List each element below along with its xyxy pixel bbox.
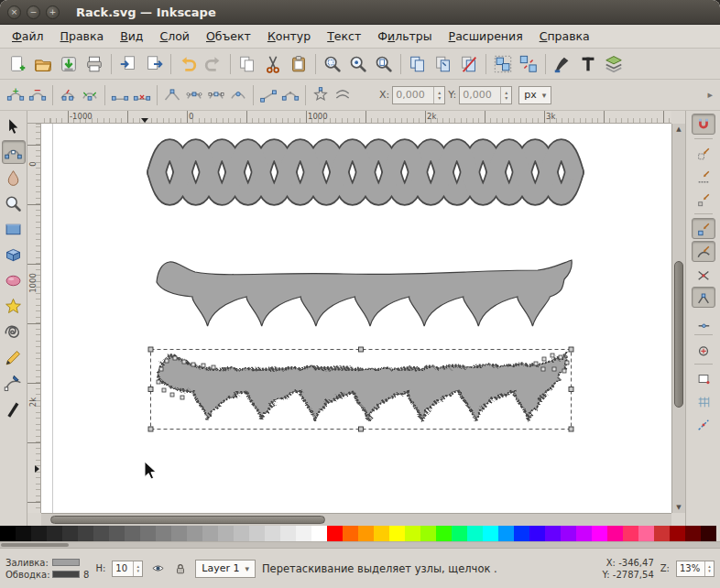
scroll-up-icon[interactable]: ▲ [672,124,685,135]
document-new-button[interactable] [5,51,30,77]
tool-calligraphy-button[interactable] [2,397,26,420]
palette-swatch[interactable] [296,526,311,541]
palette-swatch[interactable] [311,526,327,541]
palette-swatch[interactable] [623,526,638,541]
snap-midpoints-button[interactable] [692,310,715,331]
tool-tweak-button[interactable] [2,166,26,190]
drawing-canvas[interactable] [41,124,671,513]
palette-swatch[interactable] [545,526,561,541]
palette-swatch[interactable] [467,526,483,541]
menu-Текст[interactable]: Текст [319,26,369,47]
palette-swatch[interactable] [405,526,420,541]
palette-swatch[interactable] [140,526,156,541]
vertical-scrollbar[interactable]: ▲ ▼ [671,124,685,513]
vertical-scrollbar-thumb[interactable] [674,261,683,408]
snap-cusp-nodes-button[interactable] [692,287,715,308]
tool-zoom-button[interactable] [2,191,26,215]
menu-Объект[interactable]: Объект [198,26,259,47]
palette-swatch[interactable] [374,526,389,541]
close-button[interactable]: × [7,5,21,19]
titlebar[interactable]: × − + Rack.svg — Inkscape [0,0,720,25]
join-with-segment-button[interactable] [109,84,131,106]
palette-swatch[interactable] [576,526,592,541]
palette-swatch[interactable] [0,526,16,541]
y-coordinate-input[interactable]: 0,000 ▴▾ [459,86,512,104]
export-button[interactable] [141,51,167,77]
tool-node-editor-button[interactable] [2,140,26,164]
palette-swatch[interactable] [607,526,623,541]
stroke-to-path-button[interactable] [332,84,354,106]
cut-button[interactable] [260,51,286,77]
palette-swatch[interactable] [529,526,545,541]
stroke-swatch[interactable] [52,571,80,578]
palette-swatch[interactable] [327,526,343,541]
palette-swatch[interactable] [109,526,125,541]
tool-pencil-button[interactable] [2,345,26,369]
group-objects-button[interactable] [490,51,516,77]
x-coordinate-input[interactable]: 0,000 ▴▾ [392,86,445,104]
zoom-input[interactable]: 13% ▴▾ [676,561,715,577]
opacity-input[interactable]: 10 ▴▾ [112,561,143,577]
minimize-button[interactable]: − [27,5,40,19]
segment-to-line-button[interactable] [257,84,279,106]
snap-guides-button[interactable] [692,414,715,435]
delete-segment-button[interactable] [131,84,153,106]
palette-swatch[interactable] [452,526,467,541]
insert-node-button[interactable]: + [5,84,27,106]
text-dialog-button[interactable] [575,51,601,77]
break-path-button[interactable] [57,84,79,106]
palette-swatch[interactable] [16,526,31,541]
join-nodes-button[interactable] [79,84,101,106]
symmetric-node-button[interactable] [205,84,227,106]
palette-swatch[interactable] [654,526,670,541]
y-spinner[interactable]: ▴▾ [500,87,511,103]
snap-nodes-button[interactable] [692,218,715,239]
menu-Расширения[interactable]: Расширения [441,26,531,47]
palette-swatch[interactable] [78,526,93,541]
palette-swatch[interactable] [514,526,529,541]
segment-to-curve-button[interactable] [279,84,301,106]
zoom-spinner[interactable]: ▴▾ [704,561,714,576]
zoom-drawing-button[interactable] [345,51,371,77]
palette-swatch[interactable] [389,526,405,541]
horizontal-scrollbar[interactable] [41,513,671,526]
palette-swatch[interactable] [436,526,452,541]
palette-swatch[interactable] [638,526,654,541]
palette-swatch[interactable] [125,526,140,541]
toolbar-overflow-icon[interactable]: ▸ [704,89,715,101]
import-button[interactable] [115,51,141,77]
vertical-ruler[interactable]: 010002k3k [27,124,41,513]
snap-bbox-corners-button[interactable] [692,189,715,210]
layers-dialog-button[interactable] [601,51,627,77]
palette-swatch[interactable] [343,526,358,541]
palette-swatch[interactable] [358,526,374,541]
layer-selector[interactable]: Layer 1 ▾ [195,560,256,578]
x-spinner[interactable]: ▴▾ [433,87,444,103]
palette-scrollbar-thumb[interactable] [1,543,69,547]
duplicate-button[interactable] [405,51,431,77]
horizontal-scrollbar-thumb[interactable] [50,516,325,524]
layer-lock-button[interactable] [172,561,189,577]
menu-Правка[interactable]: Правка [52,26,113,47]
menu-Файл[interactable]: Файл [4,26,52,47]
document-open-button[interactable] [30,51,56,77]
opacity-spinner[interactable]: ▴▾ [133,561,142,576]
snap-bbox-edges-button[interactable] [692,166,715,187]
palette-swatch[interactable] [670,526,685,541]
tool-bezier-pen-button[interactable] [2,371,26,395]
palette-scrollbar[interactable] [0,541,720,548]
fill-stroke-dialog-button[interactable] [550,51,575,77]
snap-bbox-button[interactable] [692,143,715,164]
unit-dropdown[interactable]: px ▾ [518,86,551,104]
zoom-page-button[interactable] [371,51,397,77]
palette-swatch[interactable] [701,526,716,541]
palette-swatch[interactable] [31,526,47,541]
palette-swatch[interactable] [218,526,234,541]
menu-Контур[interactable]: Контур [259,26,319,47]
palette-swatch[interactable] [156,526,171,541]
palette-swatch[interactable] [171,526,187,541]
print-button[interactable] [82,51,107,77]
palette-swatch[interactable] [280,526,296,541]
menu-Слой[interactable]: Слой [151,26,198,47]
snap-path-button[interactable] [692,241,715,262]
